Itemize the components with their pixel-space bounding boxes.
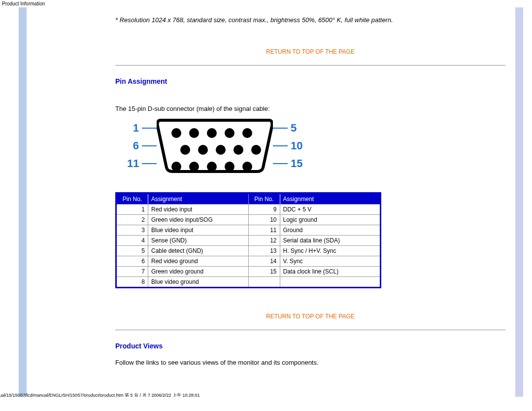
content-area: * Resolution 1024 x 768, standard size, … (27, 7, 515, 397)
cell-pin-no: 8 (117, 277, 148, 287)
cell-assignment: Red video ground (148, 256, 248, 266)
cell-assignment: Red video input (148, 205, 248, 214)
table-row: 14V. Sync (249, 256, 380, 266)
right-blue-rail (515, 7, 523, 397)
pin-dot-icon (225, 162, 234, 171)
cell-assignment: Cable detect (GND) (148, 246, 248, 256)
cell-pin-no: 15 (249, 267, 280, 276)
lead-line (273, 163, 288, 164)
table-row: 8Blue video ground (117, 276, 248, 287)
page-header: Product Information (0, 0, 532, 7)
table-row: 5Cable detect (GND) (117, 245, 248, 256)
cell-assignment: Sense (GND) (148, 236, 248, 245)
table-row: 4Sense (GND) (117, 235, 248, 245)
cell-pin-no: 10 (249, 215, 280, 225)
footer-file-path: file:///F|/OEM MODELS/philips/CD Manual/… (0, 391, 442, 397)
left-blue-rail (19, 7, 27, 397)
table-row: 12Serial data line (SDA) (249, 235, 380, 245)
pin-dot-icon (207, 162, 217, 171)
pin-dot-icon (242, 162, 252, 171)
cell-pin-no: 6 (117, 256, 148, 266)
left-margin (0, 7, 19, 397)
table-row: 11Ground (249, 225, 380, 235)
table-header-row: Pin No. Assignment (249, 194, 380, 204)
product-views-heading: Product Views (115, 342, 505, 350)
page-layout: * Resolution 1024 x 768, standard size, … (0, 7, 532, 397)
cell-pin-no: 5 (117, 246, 148, 256)
cell-assignment: Data clock line (SCL) (280, 267, 380, 276)
lead-line (142, 128, 157, 129)
lead-line (273, 145, 288, 146)
cell-pin-no: 9 (249, 205, 280, 214)
cell-assignment: H. Sync / H+V. Sync (280, 246, 380, 256)
cell-assignment: V. Sync (280, 256, 380, 266)
table-row: 6Red video ground (117, 256, 248, 266)
pin-dot-icon (171, 162, 181, 171)
cell-assignment: Green video input/SOG (148, 215, 248, 225)
product-views-intro: Follow the links to see various views of… (115, 359, 505, 366)
header-assignment: Assignment (148, 194, 248, 204)
pin-label-6: 6 (127, 139, 142, 152)
return-top-link[interactable]: RETURN TO TOP OF THE PAGE (115, 48, 505, 55)
cell-pin-no: 14 (249, 256, 280, 266)
return-top-link[interactable]: RETURN TO TOP OF THE PAGE (115, 313, 505, 320)
table-header-row: Pin No. Assignment (117, 194, 248, 204)
cell-assignment: Blue video input (148, 225, 248, 235)
divider (115, 65, 505, 66)
pin-label-10: 10 (288, 139, 304, 152)
dsub-connector-diagram: 1 5 6 10 11 15 (127, 119, 304, 172)
pin-table-right-col: Pin No. Assignment 9DDC + 5 V 10Logic gr… (249, 194, 380, 287)
cell-pin-no: 2 (117, 215, 148, 225)
header-assignment: Assignment (280, 194, 380, 204)
divider (115, 330, 505, 330)
lead-line (273, 128, 288, 129)
pin-label-11: 11 (127, 157, 142, 170)
right-margin (523, 7, 532, 397)
pin-dots-row (157, 119, 273, 172)
table-row: 9DDC + 5 V (249, 204, 380, 214)
pin-table-left-col: Pin No. Assignment 1Red video input 2Gre… (117, 194, 249, 287)
table-row: 3Blue video input (117, 225, 248, 235)
table-row: 1Red video input (117, 204, 248, 214)
pin-dot-icon (189, 162, 199, 171)
pin-assignment-heading: Pin Assignment (115, 77, 505, 85)
cell-assignment: Serial data line (SDA) (280, 236, 380, 245)
cell-pin-no: 13 (249, 246, 280, 256)
header-pin-no: Pin No. (117, 194, 148, 204)
pin-intro-text: The 15-pin D-sub connector (male) of the… (115, 105, 505, 112)
cell-pin-no: 7 (117, 267, 148, 276)
pin-label-1: 1 (127, 122, 142, 135)
pin-assignment-table: Pin No. Assignment 1Red video input 2Gre… (115, 192, 381, 288)
header-pin-no: Pin No. (249, 194, 280, 204)
cell-pin-no: 4 (117, 236, 148, 245)
lead-line (142, 145, 157, 146)
lead-line (142, 163, 157, 164)
cell-assignment: Green video ground (148, 267, 248, 276)
table-row: 2Green video input/SOG (117, 214, 248, 225)
cell-pin-no: 3 (117, 225, 148, 235)
table-row-empty: .. (249, 276, 380, 287)
table-row: 13H. Sync / H+V. Sync (249, 245, 380, 256)
cell-pin-no: 11 (249, 225, 280, 235)
table-row: 7Green video ground (117, 266, 248, 276)
cell-assignment: Ground (280, 225, 380, 235)
table-row: 10Logic ground (249, 214, 380, 225)
resolution-note: * Resolution 1024 x 768, standard size, … (115, 16, 505, 24)
cell-assignment: DDC + 5 V (280, 205, 380, 214)
pin-label-5: 5 (288, 122, 304, 135)
cell-pin-no: 12 (249, 236, 280, 245)
cell-assignment: Logic ground (280, 215, 380, 225)
pin-label-15: 15 (288, 157, 304, 170)
table-row: 15Data clock line (SCL) (249, 266, 380, 276)
cell-pin-no: 1 (117, 205, 148, 214)
cell-assignment: Blue video ground (148, 277, 248, 287)
